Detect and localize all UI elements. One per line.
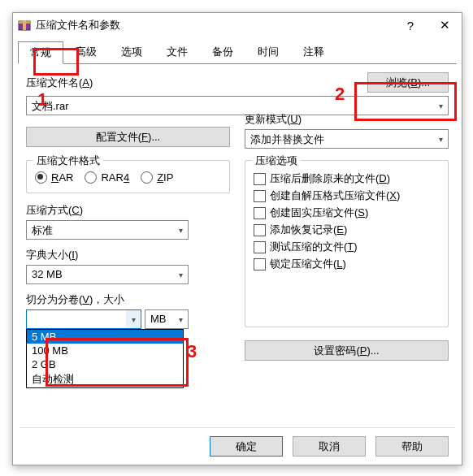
dialog-footer: 确定 取消 帮助 <box>13 428 462 465</box>
check-lock[interactable]: 锁定压缩文件(L) <box>254 257 440 271</box>
tab-backup[interactable]: 备份 <box>200 41 245 63</box>
close-button[interactable]: ✕ <box>427 14 462 37</box>
options-group: 压缩选项 压缩后删除原来的文件(D) 创建自解压格式压缩文件(X) 创建固实压缩… <box>245 160 449 327</box>
split-label: 切分为分卷(V)，大小 <box>26 292 230 307</box>
method-combo[interactable]: 标准 ▾ <box>26 220 189 240</box>
update-mode-label: 更新模式(U) <box>245 112 449 127</box>
chevron-down-icon: ▾ <box>173 266 188 283</box>
browse-button[interactable]: 浏览(B)... <box>367 72 449 93</box>
title-bar: 压缩文件名和参数 ? ✕ <box>13 13 462 37</box>
options-group-title: 压缩选项 <box>252 154 301 168</box>
tab-strip: 常规 高级 选项 文件 备份 时间 注释 <box>13 37 462 63</box>
filename-label: 压缩文件名(A) <box>26 76 93 90</box>
update-mode-combo[interactable]: 添加并替换文件 ▾ <box>245 129 449 149</box>
format-group-title: 压缩文件格式 <box>33 154 103 168</box>
dict-label: 字典大小(I) <box>26 248 230 262</box>
method-label: 压缩方式(C) <box>26 203 230 218</box>
chevron-down-icon: ▾ <box>433 130 448 148</box>
app-icon <box>18 19 31 32</box>
cancel-button[interactable]: 取消 <box>293 436 366 457</box>
check-test[interactable]: 测试压缩的文件(T) <box>254 240 440 254</box>
split-size-combo[interactable]: ▾ <box>26 309 141 329</box>
check-sfx[interactable]: 创建自解压格式压缩文件(X) <box>254 188 440 203</box>
split-size-dropdown: 5 MB 100 MB 2 GB 自动检测 <box>26 329 184 388</box>
radio-rar4[interactable]: RAR4 <box>85 171 129 184</box>
chevron-down-icon: ▾ <box>126 310 141 328</box>
dict-combo[interactable]: 32 MB ▾ <box>26 265 189 284</box>
chevron-down-icon: ▾ <box>173 221 188 239</box>
tab-options[interactable]: 选项 <box>109 41 154 63</box>
tab-comment[interactable]: 注释 <box>291 41 336 63</box>
split-option-2gb[interactable]: 2 GB <box>27 357 183 371</box>
tab-general[interactable]: 常规 <box>18 41 63 64</box>
dialog-window: 压缩文件名和参数 ? ✕ 1 2 3 常规 高级 选项 文件 备份 时间 注释 … <box>12 12 462 465</box>
check-solid[interactable]: 创建固实压缩文件(S) <box>254 206 440 220</box>
ok-button[interactable]: 确定 <box>210 436 283 457</box>
profiles-button[interactable]: 配置文件(F)... <box>26 127 230 147</box>
tab-advanced[interactable]: 高级 <box>63 41 109 63</box>
split-option-100mb[interactable]: 100 MB <box>27 344 183 357</box>
password-button[interactable]: 设置密码(P)... <box>245 340 449 361</box>
format-group: 压缩文件格式 RAR RAR4 ZIP <box>26 160 230 193</box>
tab-files[interactable]: 文件 <box>154 41 200 63</box>
help-footer-button[interactable]: 帮助 <box>375 436 449 457</box>
split-option-auto[interactable]: 自动检测 <box>27 371 183 387</box>
radio-rar[interactable]: RAR <box>35 171 73 184</box>
window-title: 压缩文件名和参数 <box>36 18 393 32</box>
chevron-down-icon: ▾ <box>173 310 188 328</box>
svg-rect-2 <box>23 20 26 30</box>
help-button[interactable]: ? <box>393 14 427 37</box>
split-unit-combo[interactable]: MB ▾ <box>145 309 189 329</box>
check-recovery[interactable]: 添加恢复记录(E) <box>254 223 440 237</box>
check-delete[interactable]: 压缩后删除原来的文件(D) <box>254 171 440 186</box>
split-option-5mb[interactable]: 5 MB <box>27 330 183 344</box>
tab-time[interactable]: 时间 <box>245 41 291 63</box>
tab-content: 压缩文件名(A) 浏览(B)... 文档.rar ▾ 配置文件(F)... 更新… <box>13 64 462 427</box>
radio-zip[interactable]: ZIP <box>141 171 173 184</box>
